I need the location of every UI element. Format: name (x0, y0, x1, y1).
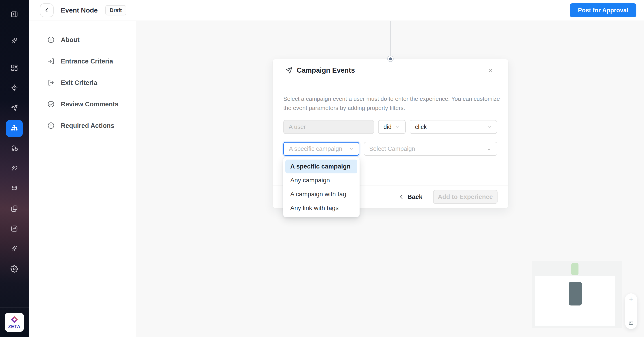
nav-item-exit-criteria[interactable]: Exit Criteria (28, 79, 136, 87)
minimap-current-node (569, 282, 582, 306)
minimap-entry-node (571, 263, 578, 275)
zeta-logo-text: ZETA (8, 324, 20, 329)
subject-input: A user (283, 120, 374, 134)
bubbles-icon (10, 144, 18, 153)
modal-body: Select a campaign event a user must do t… (272, 94, 508, 156)
hierarchy-icon (10, 124, 18, 133)
add-to-experience-button[interactable]: Add to Experience (433, 190, 498, 204)
paper-plane-icon (285, 67, 293, 74)
sidebar-item-route[interactable] (10, 165, 18, 173)
chevron-down-icon (487, 124, 492, 129)
campaign-type-select[interactable]: A specific campaign (283, 142, 359, 156)
info-circle-icon (47, 36, 55, 44)
verb-select[interactable]: did (378, 120, 406, 134)
sidebar-item-target[interactable] (10, 84, 18, 92)
sidebar-item-send[interactable] (10, 104, 18, 112)
sidebar-item-report-chart[interactable] (10, 225, 18, 233)
sidebar-item-hierarchy[interactable] (6, 120, 23, 137)
header: Event Node Draft Post for Approval (28, 0, 644, 21)
campaign-type-dropdown: A specific campaignAny campaignA campaig… (283, 157, 360, 217)
verb-value: did (384, 124, 392, 130)
event-sentence-row: A user did click (283, 120, 498, 134)
zeta-logo[interactable]: ZETA (5, 313, 24, 332)
connector-handle[interactable] (387, 56, 394, 62)
report-chart-icon (10, 225, 18, 233)
nav-item-entrance-criteria[interactable]: Entrance Criteria (28, 57, 136, 65)
back-button[interactable] (40, 3, 54, 17)
alert-circle-icon (47, 122, 55, 130)
chevron-down-icon (395, 124, 400, 129)
nav-item-label: Required Actions (61, 122, 114, 129)
fit-view-button[interactable] (625, 317, 637, 329)
route-icon (10, 164, 18, 173)
dropdown-option[interactable]: A campaign with tag (285, 187, 357, 201)
modal-header: Campaign Events (272, 59, 508, 82)
sidebar-item-sparkle-plus[interactable] (10, 245, 18, 253)
campaign-type-value: A specific campaign (289, 145, 342, 152)
event-type-value: click (415, 124, 427, 130)
zoom-controls: + − (625, 294, 637, 329)
sidebar-divider (0, 55, 28, 55)
send-icon (10, 104, 18, 113)
zoom-out-button[interactable]: − (625, 305, 637, 317)
loading-spinner-icon (486, 146, 492, 152)
panel-toggle-icon[interactable] (10, 10, 18, 18)
dropdown-option[interactable]: A specific campaign (285, 160, 357, 173)
sparkle-plus-icon (10, 245, 18, 253)
nav-item-review-comments[interactable]: Review Comments (28, 100, 136, 108)
select-campaign-combobox[interactable]: Select Campaign (364, 142, 497, 156)
post-for-approval-button[interactable]: Post for Approval (570, 3, 636, 17)
sidebar-item-database[interactable] (10, 185, 18, 193)
database-icon (10, 185, 18, 193)
chevron-left-icon (44, 7, 50, 13)
campaign-filter-row: A specific campaign Select Campaign (283, 142, 498, 156)
status-badge: Draft (105, 5, 126, 15)
nav-item-label: About (61, 36, 80, 43)
fit-view-icon (628, 321, 634, 326)
minimap[interactable] (532, 261, 622, 328)
chevron-down-icon (349, 146, 354, 151)
subject-value: A user (289, 124, 306, 130)
page-title: Event Node (61, 6, 98, 14)
dropdown-option[interactable]: Any link with tags (285, 201, 357, 215)
modal-description: Select a campaign event a user must do t… (283, 94, 502, 113)
sidebar-item-copy-pages[interactable] (10, 205, 18, 213)
sidebar-item-dashboard-grid[interactable] (10, 64, 18, 72)
check-circle-icon (47, 100, 55, 108)
gear-icon (10, 265, 18, 274)
sidebar-item-gear[interactable] (10, 265, 18, 273)
sidebar-bottom-divider (0, 308, 28, 308)
close-icon[interactable] (488, 67, 494, 74)
event-type-select[interactable]: click (410, 120, 497, 134)
app-sidebar: ZETA (0, 0, 28, 337)
sparkle-icon[interactable] (10, 37, 18, 45)
back-link[interactable]: Back (398, 193, 422, 200)
nav-item-label: Entrance Criteria (61, 58, 113, 65)
modal-title: Campaign Events (297, 66, 355, 74)
nav-item-label: Exit Criteria (61, 79, 97, 86)
target-icon (10, 84, 18, 92)
nav-item-about[interactable]: About (28, 36, 136, 44)
chevron-left-icon (398, 194, 404, 200)
zeta-diamond-icon (10, 316, 18, 324)
copy-pages-icon (10, 205, 18, 213)
entrance-icon (47, 57, 55, 65)
nav-item-label: Review Comments (61, 101, 118, 108)
dropdown-option[interactable]: Any campaign (285, 173, 357, 187)
connector-line (390, 21, 391, 59)
campaign-placeholder: Select Campaign (369, 145, 415, 152)
entry-nav: AboutEntrance CriteriaExit CriteriaRevie… (28, 21, 136, 337)
exit-icon (47, 79, 55, 87)
flow-canvas[interactable]: Campaign Events Select a campaign event … (136, 21, 644, 337)
dashboard-grid-icon (10, 64, 18, 72)
sidebar-nav (6, 64, 23, 273)
nav-item-required-actions[interactable]: Required Actions (28, 122, 136, 130)
back-label: Back (408, 193, 422, 200)
zoom-in-button[interactable]: + (625, 294, 637, 305)
sidebar-item-bubbles[interactable] (10, 145, 18, 153)
